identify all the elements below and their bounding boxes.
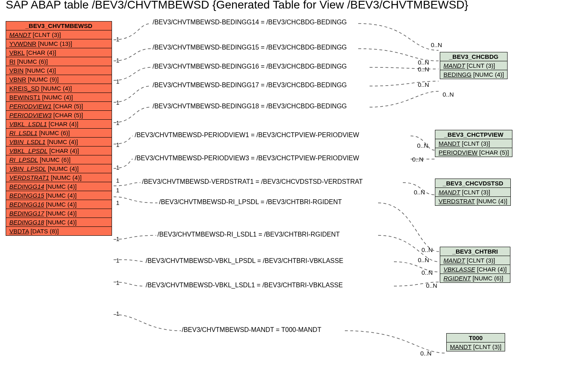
cardinality-one: 1 (116, 279, 119, 286)
table-row: VBKLASSE [CHAR (4)] (440, 265, 510, 274)
table-header: _BEV3_CHCBDG (440, 52, 507, 61)
cardinality-many: 0..N (418, 59, 429, 66)
relation-label: /BEV3/CHVTMBEWSD-BEDINGG17 = /BEV3/CHCBD… (153, 82, 347, 89)
cardinality-many: 0..N (418, 81, 429, 88)
cardinality-one: 1 (116, 164, 119, 171)
cardinality-many: 0..N (431, 41, 442, 48)
cardinality-one: 1 (116, 36, 119, 43)
table-row: MANDT [CLNT (3)] (6, 30, 112, 39)
cardinality-one: 1 (116, 310, 119, 317)
cardinality-one: 1 (116, 235, 119, 242)
cardinality-many: 0..N (418, 256, 429, 263)
cardinality-many: 0..N (443, 91, 454, 98)
table-row: MANDT [CLNT (3)] (440, 256, 510, 265)
cardinality-one: 1 (116, 199, 119, 206)
table-header: _BEV3_CHCVDSTSD (435, 179, 510, 188)
table-row: PERIODVIEW3 [CHAR (5)] (6, 110, 112, 119)
table-row: BEDINGG17 [NUMC (4)] (6, 209, 112, 218)
cardinality-many: 0..N (422, 269, 433, 276)
cardinality-many: 0..N (418, 66, 429, 73)
table-row: VERDSTRAT1 [NUMC (4)] (6, 173, 112, 182)
cardinality-many: 0..N (426, 282, 437, 289)
table-bev3-chctpview: _BEV3_CHCTPVIEW MANDT [CLNT (3)]PERIODVI… (435, 130, 512, 157)
cardinality-many: 0..N (422, 246, 433, 253)
relation-label: /BEV3/CHVTMBEWSD-RI_LPSDL = /BEV3/CHTBRI… (159, 198, 342, 206)
table-row: MANDT [CLNT (3)] (447, 342, 505, 351)
table-row: VBDTA [DATS (8)] (6, 226, 112, 235)
table-row: VERDSTRAT [NUMC (4)] (435, 196, 510, 205)
table-row: VBIN [NUMC (4)] (6, 66, 112, 75)
table-row: BEDINGG15 [NUMC (4)] (6, 191, 112, 200)
cardinality-one: 1 (116, 257, 119, 264)
table-row: RI_LSDL1 [NUMC (6)] (6, 128, 112, 137)
table-row: VBKL_LSDL1 [CHAR (4)] (6, 119, 112, 128)
relation-label: /BEV3/CHVTMBEWSD-MANDT = T000-MANDT (182, 326, 321, 334)
table-row: BEDINGG14 [NUMC (4)] (6, 182, 112, 191)
relation-label: /BEV3/CHVTMBEWSD-VERDSTRAT1 = /BEV3/CHCV… (142, 178, 363, 185)
relation-label: /BEV3/CHVTMBEWSD-BEDINGG16 = /BEV3/CHCBD… (153, 63, 347, 70)
table-body: MANDT [CLNT (3)]YVWDNR [NUMC (13)]VBKL [… (6, 30, 112, 235)
table-row: PERIODVIEW [CHAR (5)] (435, 148, 512, 157)
cardinality-many: 0..N (414, 189, 425, 196)
table-header: _BEV3_CHTBRI (440, 247, 510, 256)
table-row: RGIDENT [NUMC (6)] (440, 274, 510, 282)
table-row: MANDT [CLNT (3)] (440, 61, 507, 70)
cardinality-one: 1 (116, 187, 119, 194)
table-header: _BEV3_CHVTMBEWSD (6, 22, 112, 30)
table-bev3-chcvdstsd: _BEV3_CHCVDSTSD MANDT [CLNT (3)]VERDSTRA… (435, 179, 511, 206)
table-row: MANDT [CLNT (3)] (435, 139, 512, 148)
cardinality-many: 0..N (412, 156, 424, 163)
cardinality-one: 1 (116, 99, 119, 106)
table-row: YVWDNR [NUMC (13)] (6, 39, 112, 48)
cardinality-one: 1 (116, 177, 119, 184)
relation-label: /BEV3/CHVTMBEWSD-BEDINGG14 = /BEV3/CHCBD… (153, 19, 347, 26)
page-title: SAP ABAP table /BEV3/CHVTMBEWSD {Generat… (6, 0, 468, 11)
cardinality-many: 0..N (417, 142, 428, 149)
relation-label: /BEV3/CHVTMBEWSD-PERIODVIEW3 = /BEV3/CHC… (135, 155, 359, 162)
table-bev3-chvtmbewsd: _BEV3_CHVTMBEWSD MANDT [CLNT (3)]YVWDNR … (6, 21, 112, 236)
cardinality-one: 1 (116, 78, 119, 85)
table-t000: T000 MANDT [CLNT (3)] (446, 333, 505, 351)
table-row: VBNR [NUMC (9)] (6, 75, 112, 84)
cardinality-one: 1 (116, 141, 119, 148)
relation-label: /BEV3/CHVTMBEWSD-PERIODVIEW1 = /BEV3/CHC… (135, 131, 359, 139)
table-row: PERIODVIEW1 [CHAR (5)] (6, 101, 112, 110)
relation-label: /BEV3/CHVTMBEWSD-VBKL_LPSDL = /BEV3/CHTB… (146, 257, 343, 265)
table-bev3-chtbri: _BEV3_CHTBRI MANDT [CLNT (3)]VBKLASSE [C… (440, 247, 510, 283)
cardinality-many: 0..N (420, 350, 432, 357)
table-row: VBIN_LSDL1 [NUMC (4)] (6, 137, 112, 146)
relation-label: /BEV3/CHVTMBEWSD-BEDINGG18 = /BEV3/CHCBD… (153, 103, 347, 110)
table-row: BEDINGG16 [NUMC (4)] (6, 200, 112, 209)
table-row: BEDINGG18 [NUMC (4)] (6, 218, 112, 226)
table-header: T000 (447, 334, 505, 342)
cardinality-one: 1 (116, 57, 119, 64)
table-bev3-chcbdg: _BEV3_CHCBDG MANDT [CLNT (3)]BEDINGG [NU… (440, 52, 508, 79)
table-row: MANDT [CLNT (3)] (435, 188, 510, 196)
relation-label: /BEV3/CHVTMBEWSD-RI_LSDL1 = /BEV3/CHTBRI… (157, 231, 340, 238)
table-row: VBIN_LPSDL [NUMC (4)] (6, 164, 112, 173)
table-row: KREIS_SD [NUMC (4)] (6, 84, 112, 93)
table-row: VBKL [CHAR (4)] (6, 48, 112, 57)
table-row: RI_LPSDL [NUMC (6)] (6, 155, 112, 164)
relation-label: /BEV3/CHVTMBEWSD-VBKL_LSDL1 = /BEV3/CHTB… (146, 282, 343, 289)
table-header: _BEV3_CHCTPVIEW (435, 130, 512, 139)
table-row: RI [NUMC (6)] (6, 57, 112, 66)
diagram-canvas: SAP ABAP table /BEV3/CHVTMBEWSD {Generat… (0, 0, 568, 392)
table-row: BEWINST1 [NUMC (4)] (6, 93, 112, 101)
table-row: VBKL_LPSDL [CHAR (4)] (6, 146, 112, 155)
relation-label: /BEV3/CHVTMBEWSD-BEDINGG15 = /BEV3/CHCBD… (153, 44, 347, 51)
table-row: BEDINGG [NUMC (4)] (440, 70, 507, 79)
cardinality-one: 1 (116, 119, 119, 126)
